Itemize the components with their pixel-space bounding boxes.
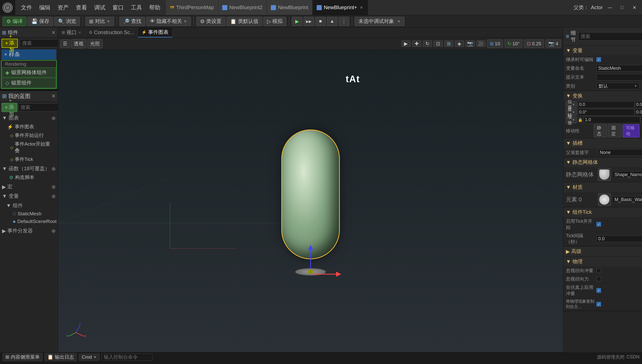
construct-script-item[interactable]: ⚙ 构造脚本: [0, 173, 58, 182]
variables-add-icon[interactable]: ⊕: [51, 193, 56, 199]
browse-button[interactable]: 🔍 浏览: [54, 17, 80, 26]
scale-button[interactable]: ⊡: [434, 40, 443, 47]
minimize-button[interactable]: —: [605, 3, 615, 13]
materials-section-header[interactable]: ▼ 材质: [563, 182, 642, 192]
class-settings-button[interactable]: ⚙ 类设置: [196, 17, 225, 26]
viewport-tab-close-icon[interactable]: ✕: [78, 30, 81, 35]
vp-tab-eventgraph[interactable]: ⚡ 事件图表: [138, 27, 172, 37]
tick-interval-input[interactable]: [596, 235, 642, 242]
lighting-button[interactable]: 光照: [87, 39, 103, 48]
close-icon[interactable]: ✕: [4, 52, 7, 57]
menu-file[interactable]: 文件: [18, 3, 35, 12]
console-input[interactable]: [102, 354, 152, 361]
movable-mobility-btn[interactable]: 可移动: [623, 124, 639, 137]
inherit-editable-checkbox[interactable]: ✓: [596, 57, 601, 62]
select-mode-button[interactable]: ▶: [401, 40, 411, 47]
tooltip-input[interactable]: [596, 74, 642, 80]
menu-view[interactable]: 查看: [73, 3, 90, 12]
rotate-button[interactable]: ↻: [423, 40, 432, 47]
event-dispatchers-header[interactable]: ▶ 事件分发器 ⊕: [0, 226, 58, 235]
camera-speed-button2[interactable]: 🎥: [476, 40, 485, 47]
ignore-radial-impulse-checkbox[interactable]: [596, 268, 601, 273]
mybp-search-input[interactable]: [18, 103, 58, 111]
replicate-physics-checkbox[interactable]: ✓: [596, 302, 601, 306]
functions-section-header[interactable]: ▼ 函数（18可覆盖） ⊕: [0, 164, 58, 173]
tab-newblueprint[interactable]: NewBlueprint: [267, 0, 313, 15]
variables-section-header[interactable]: ▼ 变量 ⊕: [0, 192, 58, 201]
functions-add-icon[interactable]: ⊕: [51, 166, 56, 172]
components-close-icon[interactable]: ✕: [51, 30, 56, 36]
vp-tab-construction[interactable]: ⚙ Construction Sc...: [85, 27, 138, 37]
play-options-button[interactable]: ⋮: [339, 17, 349, 26]
mesh-component-item[interactable]: ◈ 锯景网格体组件: [2, 67, 56, 77]
graph-add-icon[interactable]: ⊕: [51, 115, 56, 121]
transform-section-header[interactable]: ▼ 变换: [563, 91, 642, 101]
class-defaults-button[interactable]: 📋 类默认值: [226, 17, 262, 26]
var-name-input[interactable]: [596, 65, 642, 72]
viewport-canvas[interactable]: tAt X Z Y: [58, 50, 563, 352]
details-search-input[interactable]: [578, 32, 642, 40]
scale-snap-btn[interactable]: ⊡ 0.25: [524, 39, 544, 48]
cam-speed-btn[interactable]: 📷 4: [546, 39, 561, 48]
rot-y-input[interactable]: [635, 109, 642, 116]
static-mobility-btn[interactable]: 静态: [594, 124, 607, 137]
snap-button[interactable]: ⊞: [444, 40, 453, 47]
menu-window[interactable]: 窗口: [109, 3, 127, 12]
perspective-button[interactable]: 透视: [71, 39, 86, 48]
menu-help[interactable]: 帮助: [146, 3, 163, 12]
menu-asset[interactable]: 资产: [54, 3, 72, 12]
lock-icon[interactable]: 🔒: [578, 117, 583, 123]
tab-thirdpersonmap[interactable]: 🗺 ThirdPersonMap: [166, 0, 218, 15]
rot-x-input[interactable]: [578, 109, 634, 116]
eject-button[interactable]: ▲: [327, 17, 338, 26]
advanced-section-header[interactable]: ▶ 高级: [563, 246, 642, 256]
vp-tab-viewport[interactable]: ⊞ 视口 ✕: [58, 27, 85, 37]
static-mesh-section-header[interactable]: ▼ 静态网格体: [563, 157, 642, 167]
save-button[interactable]: 💾 保存: [27, 17, 53, 26]
compare-button[interactable]: ⊞ 对比 ▼: [85, 17, 114, 26]
event-begin-play-item[interactable]: ◇ 事件开始运行: [0, 131, 58, 140]
play-resume-button[interactable]: ▶▶: [303, 17, 314, 26]
pos-y-input[interactable]: [635, 101, 642, 108]
debug-object-dropdown[interactable]: 未选中调试对象 ▼: [355, 17, 404, 26]
add-component-button[interactable]: + + 添加: [2, 39, 18, 48]
tab-newblueprint-plus[interactable]: NewBlueprint+ ✕: [313, 0, 368, 15]
menu-edit[interactable]: 编辑: [36, 3, 53, 12]
hide-button[interactable]: 👁 隐藏不相关 ▼: [146, 17, 191, 26]
content-browser-button[interactable]: ⊞ 内容侧滑菜单: [3, 353, 43, 361]
tab-close-icon[interactable]: ✕: [359, 5, 364, 10]
find-button[interactable]: 🔎 查找: [119, 17, 145, 26]
grid-btn[interactable]: ⊞ 10: [487, 39, 503, 48]
stop-button[interactable]: ■: [315, 17, 326, 26]
static-mesh-var-item[interactable]: ⬡ StaticMesh: [0, 210, 58, 218]
material-dropdown[interactable]: M_Basic_Wall ▼: [612, 196, 642, 203]
tab-newblueprint2[interactable]: NewBlueprint2: [218, 0, 267, 15]
play-button[interactable]: ▶: [292, 17, 302, 26]
scale-x-input[interactable]: [584, 117, 640, 123]
component-tick-header[interactable]: ▼ 组件Tick: [563, 207, 642, 217]
components-sub-header[interactable]: ▼ 组件: [0, 201, 58, 210]
menu-tools[interactable]: 工具: [128, 3, 145, 12]
pos-x-input[interactable]: [578, 101, 634, 108]
scene-component-item[interactable]: ◇ 锯景组件: [2, 78, 56, 88]
cmd-button[interactable]: Cmd ▼: [79, 354, 100, 361]
output-log-button[interactable]: 📋 输出日志: [45, 353, 77, 361]
rot-btn[interactable]: ↻ 10°: [505, 39, 523, 48]
maximize-button[interactable]: □: [617, 3, 627, 13]
ignore-radial-force-checkbox[interactable]: [596, 277, 601, 281]
category-dropdown[interactable]: 默认 ▼: [596, 83, 639, 89]
simulate-button[interactable]: ▷ 模拟: [263, 17, 286, 26]
mybp-add-button[interactable]: + + 添加: [2, 103, 17, 112]
scale-dropdown[interactable]: 缩放 ▼: [566, 117, 577, 123]
stationary-mobility-btn[interactable]: 固定: [608, 124, 622, 137]
sample-item[interactable]: ✕ 样条: [2, 49, 56, 60]
event-dispatchers-add-icon[interactable]: ⊕: [51, 228, 56, 234]
more-tools-button[interactable]: ◈: [455, 40, 464, 47]
physics-section-header[interactable]: ▼ 物理: [563, 257, 642, 267]
default-scene-root-var-item[interactable]: ◈ DefaultSceneRoot: [0, 218, 58, 225]
macros-section-header[interactable]: ▶ 宏 ⊕: [0, 182, 58, 191]
scale-y-input[interactable]: [641, 117, 642, 123]
variables-section-header-detail[interactable]: ▼ 变量: [563, 46, 642, 55]
close-button[interactable]: ✕: [629, 3, 639, 13]
compile-button[interactable]: ⚙ 编译: [3, 17, 26, 26]
